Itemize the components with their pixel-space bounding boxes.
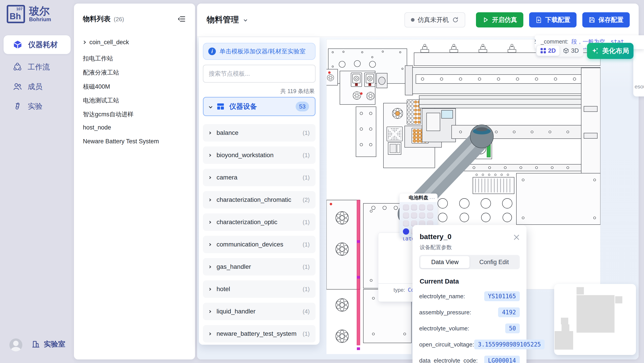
tray-slot[interactable] — [403, 204, 409, 211]
toggle-3d[interactable]: 3D — [560, 45, 582, 56]
data-row: assembly_pressure: 4192 — [419, 307, 520, 318]
sparkles-icon — [592, 47, 599, 55]
workflow-icon — [13, 62, 22, 71]
info-icon: i — [208, 47, 216, 55]
data-row: open_circuit_voltage: 3.1559998989105225 — [419, 339, 520, 350]
close-icon[interactable] — [513, 234, 520, 241]
tray-slot[interactable] — [411, 204, 417, 211]
category-instruments[interactable]: 仪器设备 53 — [203, 97, 316, 116]
building-icon — [31, 340, 40, 349]
page-title-dropdown[interactable]: 物料管理 — [207, 14, 247, 25]
beautify-layout-button[interactable]: 美化布局 — [587, 43, 634, 59]
grid-2d-icon — [540, 48, 546, 53]
lab-switcher[interactable]: 实验室 — [31, 339, 65, 349]
app-title: 玻尔 — [29, 5, 51, 16]
material-list-title: 物料列表 — [83, 14, 110, 24]
minimap-block — [576, 287, 584, 295]
sidebar-item-label: 仪器耗材 — [28, 40, 58, 50]
view-mode-toggle: 2D 3D — [536, 45, 583, 57]
chevron-down-icon — [244, 18, 247, 22]
material-item-coin-cell-deck[interactable]: coin_cell_deck — [83, 39, 129, 46]
tray-title: 电池料盘 — [409, 194, 428, 201]
device-config-popup: battery_0 设备配置参数 Data View Config Edit C… — [412, 225, 526, 363]
value-badge: 3.1559998989105225 — [474, 340, 545, 349]
material-item[interactable]: 智达gcms自动进样 — [83, 110, 134, 118]
tray-slot-selected[interactable] — [403, 228, 409, 235]
app-logo[interactable]: 107 Bh 玻尔 Bohrium — [7, 5, 51, 23]
template-item-gas-handler[interactable]: gas_handler(1) — [203, 258, 316, 276]
file-download-icon — [536, 16, 542, 23]
template-item-liquid-handler[interactable]: liquid_handler(4) — [203, 303, 316, 320]
tray-slot[interactable] — [427, 212, 433, 219]
value-badge: 50 — [505, 324, 520, 333]
tray-slot[interactable] — [411, 212, 417, 219]
download-config-button[interactable]: 下载配置 — [529, 12, 576, 27]
data-row: electrolyte_volume: 50 — [419, 323, 520, 334]
popup-tabs: Data View Config Edit — [419, 255, 520, 269]
minimap-block — [554, 331, 573, 350]
template-item-hotel[interactable]: hotel(1) — [203, 280, 316, 298]
current-data-heading: Current Data — [420, 278, 459, 285]
sidebar: 107 Bh 玻尔 Bohrium 仪器耗材 工作流 成员 — [0, 0, 74, 363]
sidebar-item-experiments[interactable]: 实验 — [4, 98, 70, 115]
cube-3d-icon — [563, 48, 569, 53]
material-item[interactable]: host_node — [83, 124, 111, 131]
save-icon — [588, 16, 595, 23]
sidebar-item-workflow[interactable]: 工作流 — [4, 58, 70, 75]
template-library-panel: i 单击模板添加仪器/耗材至实验室 共 119 条结果 仪器设备 53 bala… — [199, 37, 320, 345]
search-input[interactable] — [203, 65, 316, 83]
tray-slot[interactable] — [419, 212, 425, 219]
play-icon — [482, 16, 489, 23]
material-list-count: (26) — [114, 16, 124, 23]
tray-slot[interactable] — [419, 204, 425, 211]
save-config-button[interactable]: 保存配置 — [582, 12, 630, 27]
toggle-2d[interactable]: 2D — [537, 45, 560, 56]
value-badge: 4192 — [498, 307, 520, 317]
bohrium-logo-icon: 107 Bh — [7, 5, 25, 23]
tab-data-view[interactable]: Data View — [420, 256, 470, 268]
template-item-characterization-optic[interactable]: characterization_optic(1) — [203, 213, 316, 231]
tab-config-edit[interactable]: Config Edit — [470, 256, 519, 268]
app-subtitle: Bohrium — [29, 16, 51, 22]
material-item[interactable]: 电池测试工站 — [83, 96, 119, 104]
test-tube-icon — [13, 102, 22, 111]
material-list-panel: 物料列表 (26) coin_cell_deck 扣电工作站 配液分液工站 核磁… — [74, 3, 195, 360]
tray-slot[interactable] — [403, 212, 409, 219]
sidebar-item-label: 成员 — [28, 82, 42, 92]
sidebar-item-label: 实验 — [28, 101, 42, 111]
chevron-right-icon — [82, 41, 86, 44]
template-item-balance[interactable]: balance(1) — [203, 124, 316, 142]
tray-menu-icon[interactable]: ... — [430, 194, 435, 200]
collapse-panel-icon[interactable] — [178, 15, 186, 24]
sidebar-item-instruments[interactable]: 仪器耗材 — [4, 35, 70, 54]
topbar: 物料管理 仿真未开机 开启仿真 下载配置 保存配置 — [197, 3, 639, 37]
simulation-status-badge[interactable]: 仿真未开机 — [404, 12, 465, 27]
material-item[interactable]: Neware Battery Test System — [83, 138, 159, 145]
template-item-neware-battery-test-system[interactable]: neware_battery_test_system(1) — [203, 325, 316, 343]
template-item-camera[interactable]: camera(1) — [203, 169, 316, 186]
material-item[interactable]: 核磁400M — [83, 83, 110, 91]
members-icon — [13, 82, 22, 91]
value-badge: YS101165 — [484, 291, 520, 301]
start-simulation-button[interactable]: 开启仿真 — [476, 12, 523, 27]
minimap-block — [576, 295, 614, 333]
refresh-icon[interactable] — [452, 16, 459, 23]
status-dot-icon — [411, 18, 414, 22]
cube-icon — [13, 40, 22, 49]
material-item[interactable]: 配液分液工站 — [83, 68, 119, 77]
sidebar-item-members[interactable]: 成员 — [4, 78, 70, 95]
template-item-communication-devices[interactable]: communication_devices(1) — [203, 236, 316, 253]
template-item-characterization-chromatic[interactable]: characterization_chromatic(2) — [203, 191, 316, 209]
chevron-down-icon — [209, 105, 212, 108]
material-item[interactable]: 扣电工作站 — [83, 54, 113, 62]
lab-switcher-label: 实验室 — [44, 339, 65, 349]
tray-slot[interactable] — [403, 220, 409, 227]
data-row: electrolyte_name: YS101165 — [419, 291, 520, 301]
template-item-bioyond-workstation[interactable]: bioyond_workstation(1) — [203, 146, 316, 164]
minimap[interactable] — [554, 284, 636, 355]
popup-title: battery_0 — [420, 233, 452, 241]
avatar[interactable] — [10, 339, 22, 352]
tray-slot[interactable] — [427, 204, 433, 211]
data-row: data_electrolyte_code: LG000014 — [419, 356, 520, 363]
minimap-block — [615, 296, 622, 303]
